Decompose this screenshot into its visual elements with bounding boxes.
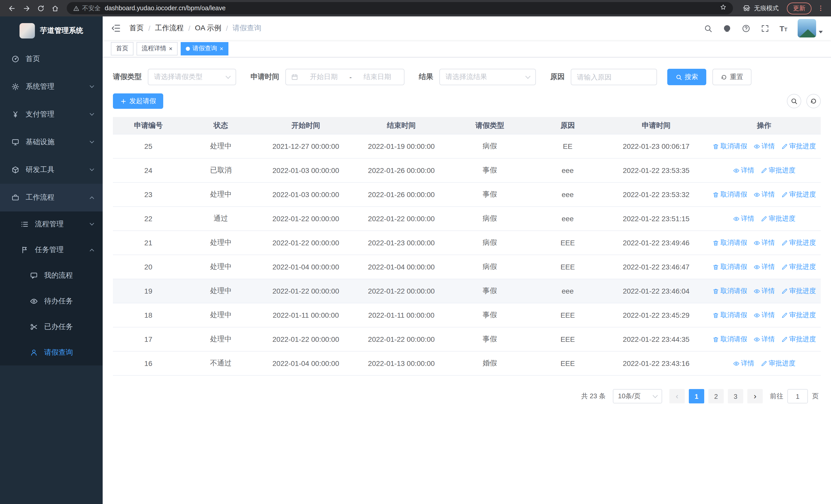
cell-status: 已取消 — [184, 166, 258, 175]
home-button[interactable] — [48, 2, 62, 15]
help-icon[interactable] — [741, 24, 750, 33]
fullscreen-icon[interactable] — [761, 24, 769, 33]
tab-leave-query[interactable]: 请假查询 × — [181, 42, 228, 55]
page-button-1[interactable]: 1 — [689, 389, 704, 404]
logo-image — [20, 23, 35, 38]
browser-menu-button[interactable] — [815, 3, 826, 14]
refresh-table-button[interactable] — [806, 94, 821, 108]
active-dot — [186, 47, 190, 51]
approval-progress-label: 审批进度 — [769, 214, 795, 223]
goto-page-input[interactable] — [787, 389, 808, 404]
cancel-leave-link[interactable]: 取消请假 — [712, 335, 747, 344]
close-icon[interactable]: × — [220, 46, 223, 52]
detail-link[interactable]: 详情 — [733, 166, 754, 175]
close-icon[interactable]: × — [169, 46, 172, 52]
tab-home[interactable]: 首页 — [111, 42, 134, 55]
address-bar[interactable]: 不安全 dashboard.yudao.iocoder.cn/bpm/oa/le… — [67, 2, 733, 14]
detail-link[interactable]: 详情 — [753, 310, 775, 320]
tab-process-detail[interactable]: 流程详情 × — [137, 42, 178, 55]
sidebar-item-task-mgmt[interactable]: 任务管理 — [0, 237, 103, 263]
approval-progress-link[interactable]: 审批进度 — [781, 190, 816, 199]
cancel-leave-link[interactable]: 取消请假 — [712, 238, 747, 247]
detail-label: 详情 — [741, 214, 754, 223]
sidebar-item-payment[interactable]: 支付管理 — [0, 100, 103, 128]
page-button-3[interactable]: 3 — [728, 389, 743, 404]
sidebar-item-workflow[interactable]: 工作流程 — [0, 184, 103, 211]
create-leave-button[interactable]: 发起请假 — [113, 93, 163, 109]
detail-link[interactable]: 详情 — [753, 142, 775, 151]
detail-link[interactable]: 详情 — [733, 214, 754, 223]
approval-progress-link[interactable]: 审批进度 — [781, 142, 816, 151]
top-header: 首页 / 工作流程 / OA 示例 / 请假查询 TT — [103, 17, 831, 40]
reason-input[interactable] — [571, 69, 657, 85]
back-icon — [8, 4, 16, 12]
detail-link[interactable]: 详情 — [733, 359, 754, 368]
sidebar-item-devtools[interactable]: 研发工具 — [0, 156, 103, 184]
approval-progress-link[interactable]: 审批进度 — [781, 238, 816, 247]
detail-link[interactable]: 详情 — [753, 238, 775, 247]
cell-operations: 取消请假 详情 审批进度 — [708, 238, 821, 247]
next-page-button[interactable]: › — [747, 389, 763, 404]
approval-progress-link[interactable]: 审批进度 — [761, 166, 795, 175]
sidebar-item-my-process[interactable]: 我的流程 — [0, 263, 103, 289]
detail-link[interactable]: 详情 — [753, 190, 775, 199]
detail-link[interactable]: 详情 — [753, 262, 775, 271]
yen-icon — [11, 110, 20, 119]
cancel-leave-link[interactable]: 取消请假 — [712, 142, 747, 151]
cell-apply-time: 2022-01-22 23:49:46 — [605, 239, 708, 247]
cell-apply-time: 2022-01-22 23:44:35 — [605, 335, 708, 343]
table-row: 22 通过 2022-01-22 00:00:00 2022-01-22 00:… — [113, 207, 821, 231]
search-button[interactable]: 搜索 — [667, 69, 706, 85]
sidebar-fold-icon[interactable] — [111, 23, 121, 33]
browser-update-button[interactable]: 更新 — [787, 2, 811, 14]
forward-button[interactable] — [20, 2, 33, 15]
approval-progress-link[interactable]: 审批进度 — [781, 287, 816, 296]
toggle-search-button[interactable] — [787, 94, 801, 108]
date-range-picker[interactable]: 开始日期 - 结束日期 — [285, 69, 404, 85]
cancel-leave-link[interactable]: 取消请假 — [712, 287, 747, 296]
page-button-2[interactable]: 2 — [708, 389, 724, 404]
cancel-leave-link[interactable]: 取消请假 — [712, 310, 747, 320]
sidebar-item-todo-tasks[interactable]: 待办任务 — [0, 289, 103, 314]
bookmark-star-button[interactable] — [720, 4, 727, 13]
detail-link[interactable]: 详情 — [753, 287, 775, 296]
sidebar-item-system[interactable]: 系统管理 — [0, 73, 103, 100]
cancel-leave-link[interactable]: 取消请假 — [712, 190, 747, 199]
cancel-leave-label: 取消请假 — [720, 190, 747, 199]
detail-link[interactable]: 详情 — [753, 335, 775, 344]
cell-end-time: 2022-01-22 00:00:00 — [354, 214, 449, 223]
prev-page-button[interactable]: ‹ — [669, 389, 685, 404]
result-select[interactable]: 请选择流结果 — [439, 69, 536, 85]
user-menu[interactable] — [798, 19, 823, 37]
leave-type-select[interactable]: 请选择请假类型 — [148, 69, 236, 85]
three-dots-icon — [817, 5, 824, 12]
breadcrumb-oa-demo[interactable]: OA 示例 — [195, 24, 222, 33]
trash-icon — [712, 288, 719, 294]
security-chip[interactable]: 不安全 — [73, 4, 101, 12]
sidebar-item-leave-query[interactable]: 请假查询 — [0, 340, 103, 365]
breadcrumb-home[interactable]: 首页 — [130, 24, 144, 33]
app-logo[interactable]: 芋道管理系统 — [0, 17, 103, 45]
sidebar-item-done-tasks[interactable]: 已办任务 — [0, 314, 103, 340]
back-button[interactable] — [5, 2, 19, 15]
sidebar-item-process-mgmt[interactable]: 流程管理 — [0, 211, 103, 237]
refresh-icon — [810, 97, 817, 105]
breadcrumb-workflow[interactable]: 工作流程 — [155, 24, 184, 33]
browser-chrome: 不安全 dashboard.yudao.iocoder.cn/bpm/oa/le… — [0, 0, 831, 17]
font-size-icon[interactable]: TT — [779, 24, 787, 32]
cancel-leave-link[interactable]: 取消请假 — [712, 262, 747, 271]
approval-progress-link[interactable]: 审批进度 — [761, 214, 795, 223]
search-icon[interactable] — [704, 24, 712, 33]
reset-button[interactable]: 重置 — [712, 69, 751, 85]
caret-down-icon — [819, 31, 823, 33]
sidebar-item-infra[interactable]: 基础设施 — [0, 128, 103, 156]
approval-progress-link[interactable]: 审批进度 — [781, 310, 816, 320]
sidebar-item-home[interactable]: 首页 — [0, 45, 103, 73]
approval-progress-link[interactable]: 审批进度 — [761, 359, 795, 368]
reload-button[interactable] — [34, 2, 47, 15]
table-row: 23 处理中 2022-01-03 00:00:00 2022-01-26 00… — [113, 183, 821, 207]
approval-progress-link[interactable]: 审批进度 — [781, 262, 816, 271]
approval-progress-link[interactable]: 审批进度 — [781, 335, 816, 344]
page-size-select[interactable]: 10条/页 — [613, 389, 662, 404]
github-icon[interactable] — [722, 24, 731, 33]
